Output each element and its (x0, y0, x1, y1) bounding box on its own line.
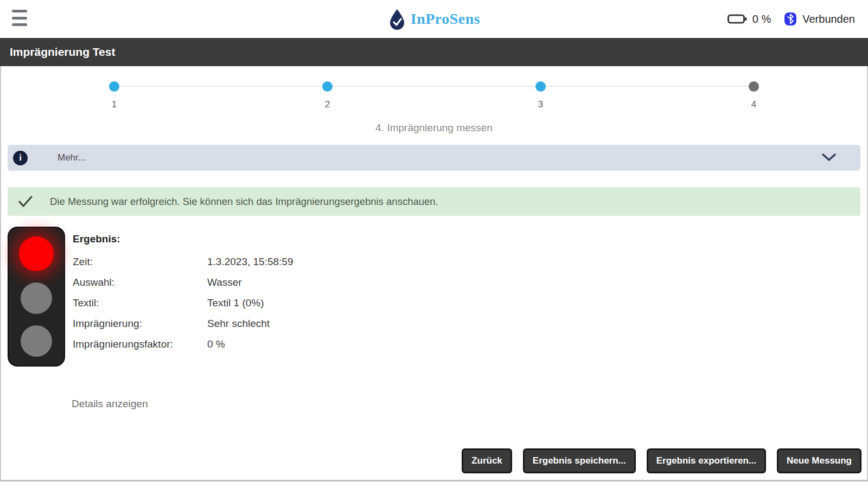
traffic-light-indicator (8, 227, 65, 367)
battery-icon (727, 14, 747, 24)
brand-logo: InProSens (388, 8, 480, 30)
bluetooth-status-label: Verbunden (802, 13, 855, 25)
result-row-zeit: Zeit: 1.3.2023, 15:58:59 (73, 252, 293, 272)
status-area: 0 % Verbunden (727, 0, 855, 38)
step-number: 2 (325, 99, 330, 110)
traffic-light-red-on (19, 236, 54, 271)
result-label: Imprägnierungsfaktor: (73, 334, 207, 355)
current-step-title: 4. Imprägnierung messen (1, 122, 867, 134)
step-number: 1 (112, 99, 117, 110)
success-alert: Die Messung war erfolgreich. Sie können … (8, 187, 860, 216)
ergebnis-exportieren-button[interactable]: Ergebnis exportieren... (647, 448, 766, 473)
result-value: Wasser (207, 272, 242, 293)
result-details: Ergebnis: Zeit: 1.3.2023, 15:58:59 Auswa… (73, 227, 293, 367)
neue-messung-button[interactable]: Neue Messung (777, 448, 861, 473)
result-section: Ergebnis: Zeit: 1.3.2023, 15:58:59 Auswa… (8, 227, 867, 367)
result-label: Auswahl: (73, 272, 207, 293)
ergebnis-speichern-button[interactable]: Ergebnis speichern... (523, 448, 636, 473)
step-dot-active (322, 81, 333, 92)
stepper-step-2[interactable]: 2 (221, 81, 434, 110)
page-title: Imprägnierung Test (10, 46, 115, 59)
info-icon: i (13, 151, 28, 165)
step-dot-active (535, 81, 546, 92)
stepper-step-4[interactable]: 4 (647, 81, 860, 110)
details-anzeigen-link[interactable]: Details anzeigen (72, 398, 148, 410)
footer-button-bar: Zurück Ergebnis speichern... Ergebnis ex… (1, 448, 867, 480)
result-heading: Ergebnis: (73, 233, 293, 245)
hamburger-menu-icon[interactable] (12, 10, 27, 26)
step-dot-inactive (749, 81, 759, 92)
alert-message: Die Messung war erfolgreich. Sie können … (50, 196, 438, 208)
battery-percent: 0 % (752, 13, 771, 25)
wizard-stepper: 1 2 3 4 (8, 81, 860, 110)
traffic-light-green-off (21, 325, 52, 357)
result-label: Imprägnierung: (73, 313, 207, 334)
result-row-faktor: Imprägnierungsfaktor: 0 % (73, 334, 293, 355)
accordion-label: Mehr... (58, 152, 86, 163)
bluetooth-icon (784, 12, 797, 26)
step-dot-active (109, 81, 119, 92)
stepper-step-3[interactable]: 3 (434, 81, 647, 110)
stepper-step-1[interactable]: 1 (8, 81, 221, 110)
chevron-down-icon[interactable] (821, 152, 837, 162)
result-label: Zeit: (73, 252, 207, 272)
result-row-textil: Textil: Textil 1 (0%) (73, 293, 293, 313)
content-area: 1 2 3 4 4. Imprägnierung messen i Mehr..… (0, 66, 868, 481)
check-icon (18, 196, 33, 208)
more-info-accordion[interactable]: i Mehr... (8, 145, 860, 171)
result-value: Textil 1 (0%) (207, 293, 264, 313)
brand-name: InProSens (411, 10, 480, 28)
step-number: 3 (538, 99, 543, 110)
top-app-bar: InProSens 0 % Verbunden (0, 0, 868, 38)
result-value: 0 % (207, 334, 225, 355)
result-value: Sehr schlecht (207, 313, 270, 334)
traffic-light-yellow-off (21, 282, 52, 314)
result-row-impraegnierung: Imprägnierung: Sehr schlecht (73, 313, 293, 334)
result-label: Textil: (73, 293, 207, 313)
result-row-auswahl: Auswahl: Wasser (73, 272, 293, 293)
droplet-logo-icon (388, 8, 406, 30)
result-value: 1.3.2023, 15:58:59 (207, 252, 293, 272)
page-title-bar: Imprägnierung Test (0, 38, 868, 66)
zurueck-button[interactable]: Zurück (462, 448, 512, 473)
step-number: 4 (751, 99, 756, 110)
